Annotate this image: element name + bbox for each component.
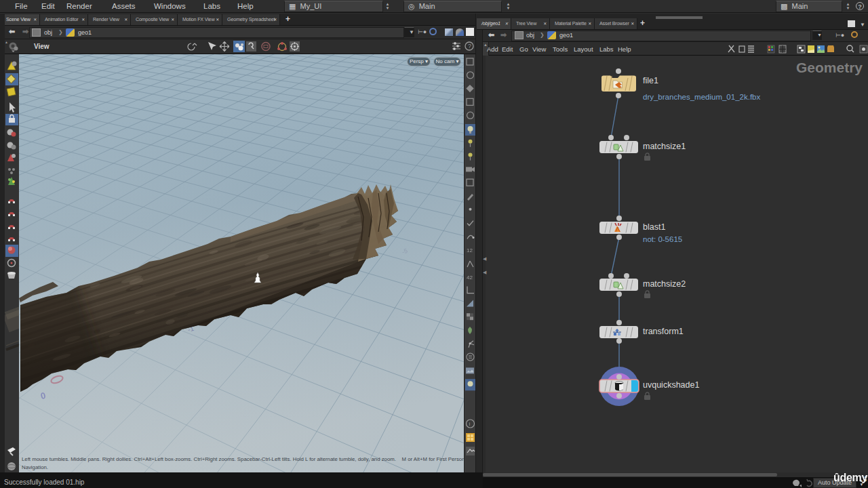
svg-text:12: 12 xyxy=(467,247,473,253)
svg-text:?: ? xyxy=(468,43,471,49)
svg-text:i: i xyxy=(469,421,471,427)
svg-text:42: 42 xyxy=(467,274,473,281)
